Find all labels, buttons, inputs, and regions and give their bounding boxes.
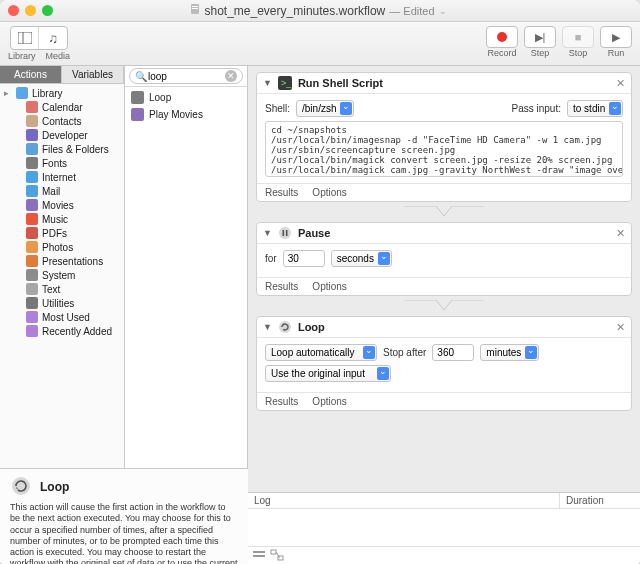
zoom-window-button[interactable] <box>42 5 53 16</box>
toolbar: ♫ Library Media Record ▶|Step ■Stop ▶Run <box>0 22 640 66</box>
disclosure-icon[interactable]: ▼ <box>263 228 272 238</box>
tab-variables[interactable]: Variables <box>62 66 124 84</box>
sidebar-item-pdfs[interactable]: PDFs <box>0 226 124 240</box>
log-view-list-icon[interactable] <box>252 549 266 563</box>
result-item-loop[interactable]: Loop <box>129 89 243 106</box>
category-icon <box>26 143 38 155</box>
sidebar-item-label: Photos <box>42 242 73 253</box>
log-view-flow-icon[interactable] <box>270 549 284 563</box>
sidebar-item-most-used[interactable]: Most Used <box>0 310 124 324</box>
remove-action-button[interactable]: ✕ <box>616 321 625 334</box>
category-icon <box>26 269 38 281</box>
stopafter-label: Stop after <box>383 347 426 358</box>
remove-action-button[interactable]: ✕ <box>616 227 625 240</box>
options-tab[interactable]: Options <box>312 396 346 407</box>
disclosure-icon[interactable]: ▼ <box>263 322 272 332</box>
close-window-button[interactable] <box>8 5 19 16</box>
record-button[interactable] <box>486 26 518 48</box>
step-label: Step <box>531 48 550 58</box>
passinput-label: Pass input: <box>512 103 561 114</box>
sidebar-item-utilities[interactable]: Utilities <box>0 296 124 310</box>
run-button[interactable]: ▶ <box>600 26 632 48</box>
titlebar: shot_me_every_minutes.workflow — Edited … <box>0 0 640 22</box>
sidebar-item-label: Mail <box>42 186 60 197</box>
sidebar-item-recently-added[interactable]: Recently Added <box>0 324 124 338</box>
action-info-panel: Loop This action will cause the first ac… <box>0 468 248 564</box>
result-label: Play Movies <box>149 109 203 120</box>
info-title: Loop <box>40 480 69 494</box>
sidebar-item-label: Files & Folders <box>42 144 109 155</box>
sidebar-item-label: System <box>42 270 75 281</box>
shell-label: Shell: <box>265 103 290 114</box>
log-col-log[interactable]: Log <box>248 493 560 508</box>
remove-action-button[interactable]: ✕ <box>616 77 625 90</box>
sidebar-item-calendar[interactable]: Calendar <box>0 100 124 114</box>
svg-rect-9 <box>282 230 284 236</box>
sidebar-item-label: Text <box>42 284 60 295</box>
options-tab[interactable]: Options <box>312 187 346 198</box>
sidebar-item-internet[interactable]: Internet <box>0 170 124 184</box>
sidebar-item-label: Utilities <box>42 298 74 309</box>
category-icon <box>26 241 38 253</box>
pause-value-input[interactable] <box>283 250 325 267</box>
action-connector <box>256 206 632 218</box>
category-icon <box>16 87 28 99</box>
sidebar-item-text[interactable]: Text <box>0 282 124 296</box>
sidebar-item-photos[interactable]: Photos <box>0 240 124 254</box>
sidebar-item-label: Developer <box>42 130 88 141</box>
stopafter-value-input[interactable] <box>432 344 474 361</box>
action-connector <box>256 300 632 312</box>
search-icon: 🔍 <box>135 71 147 82</box>
record-label: Record <box>487 48 516 58</box>
sidebar-item-library[interactable]: ▸Library <box>0 86 124 100</box>
sidebar-item-developer[interactable]: Developer <box>0 128 124 142</box>
category-icon <box>26 171 38 183</box>
svg-rect-1 <box>192 6 198 7</box>
stopafter-unit-select[interactable]: minutes <box>480 344 539 361</box>
shell-select[interactable]: /bin/zsh <box>296 100 354 117</box>
actions-list-column: 🔍 ✕ LoopPlay Movies <box>125 66 248 468</box>
sidebar-item-label: Contacts <box>42 116 81 127</box>
library-label: Library <box>8 51 36 61</box>
sidebar-item-movies[interactable]: Movies <box>0 198 124 212</box>
title-chevron-icon[interactable]: ⌄ <box>439 6 447 16</box>
log-panel: Log Duration <box>248 492 640 564</box>
disclosure-icon[interactable]: ▼ <box>263 78 272 88</box>
pause-unit-select[interactable]: seconds <box>331 250 392 267</box>
sidebar-item-system[interactable]: System <box>0 268 124 282</box>
category-icon <box>26 185 38 197</box>
sidebar-item-files-folders[interactable]: Files & Folders <box>0 142 124 156</box>
passinput-select[interactable]: to stdin <box>567 100 623 117</box>
for-label: for <box>265 253 277 264</box>
sidebar-item-fonts[interactable]: Fonts <box>0 156 124 170</box>
options-tab[interactable]: Options <box>312 281 346 292</box>
category-icon <box>26 325 38 337</box>
sidebar-item-music[interactable]: Music <box>0 212 124 226</box>
step-button[interactable]: ▶| <box>524 26 556 48</box>
shell-script-textarea[interactable]: cd ~/snapshots /usr/local/bin/imagesnap … <box>265 121 623 177</box>
sidebar-item-presentations[interactable]: Presentations <box>0 254 124 268</box>
library-toggle-button[interactable] <box>11 27 39 49</box>
clear-search-button[interactable]: ✕ <box>225 70 237 82</box>
loop-mode-select[interactable]: Loop automatically <box>265 344 377 361</box>
sidebar-item-contacts[interactable]: Contacts <box>0 114 124 128</box>
stop-button[interactable]: ■ <box>562 26 594 48</box>
results-tab[interactable]: Results <box>265 187 298 198</box>
tab-actions[interactable]: Actions <box>0 66 62 84</box>
svg-text:>_: >_ <box>281 78 292 88</box>
category-icon <box>26 297 38 309</box>
category-icon <box>26 311 38 323</box>
result-item-play-movies[interactable]: Play Movies <box>129 106 243 123</box>
loop-input-select[interactable]: Use the original input <box>265 365 391 382</box>
results-tab[interactable]: Results <box>265 396 298 407</box>
sidebar-item-label: Music <box>42 214 68 225</box>
info-description: This action will cause the first action … <box>10 502 238 564</box>
log-col-duration[interactable]: Duration <box>560 493 640 508</box>
results-tab[interactable]: Results <box>265 281 298 292</box>
svg-point-5 <box>12 477 30 495</box>
window-title: shot_me_every_minutes.workflow <box>205 4 386 18</box>
run-label: Run <box>608 48 625 58</box>
minimize-window-button[interactable] <box>25 5 36 16</box>
sidebar-item-mail[interactable]: Mail <box>0 184 124 198</box>
media-toggle-button[interactable]: ♫ <box>39 27 67 49</box>
